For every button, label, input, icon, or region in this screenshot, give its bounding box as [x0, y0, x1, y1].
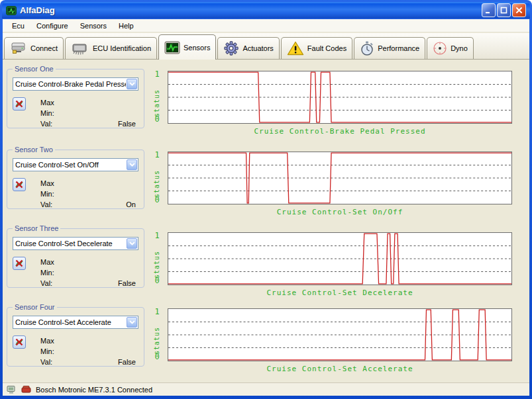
maximize-button[interactable] [497, 3, 511, 17]
menu-sensors[interactable]: Sensors [75, 21, 112, 31]
ecu-icon [21, 385, 32, 394]
maximize-icon [500, 7, 507, 14]
app-window: AlfaDiag Ecu Configure Sensors Help [0, 0, 532, 399]
tab-label: Sensors [184, 44, 210, 52]
chart-plot-area [168, 308, 512, 361]
chart-title: Cruise Control-Set Decelerate [168, 288, 512, 297]
app-body: Ecu Configure Sensors Help Connect ECU I… [3, 19, 529, 396]
chart-title: Cruise Control-Brake Pedal Pressed [168, 127, 512, 136]
stopwatch-icon [360, 41, 374, 56]
tab-performance[interactable]: Performance [354, 37, 425, 59]
minimize-icon [485, 7, 492, 14]
chart-set-on-off: 1 status 0 Cruise Control-Set On/Off [3, 152, 529, 220]
y-axis-label: status [153, 158, 160, 198]
y-axis-label: status [153, 77, 160, 117]
window-title: AlfaDiag [20, 5, 55, 15]
y-axis-label: status [153, 315, 160, 355]
menu-configure[interactable]: Configure [31, 21, 74, 31]
tab-connect[interactable]: Connect [4, 37, 64, 59]
warning-icon [287, 41, 304, 56]
y-tick-bottom: 0 [151, 276, 163, 285]
menu-help[interactable]: Help [113, 21, 139, 31]
close-icon [515, 7, 523, 14]
chip-icon [71, 42, 89, 55]
tab-label: Performance [378, 44, 419, 52]
chart-plot-area [168, 152, 512, 204]
gear-icon [223, 41, 239, 56]
tab-dyno[interactable]: Dyno [427, 37, 474, 59]
y-tick-bottom: 0 [151, 352, 163, 361]
status-text: Bosch Motronic ME7.3.1 Connected [36, 386, 152, 394]
chart-set-decelerate: 1 status 0 Cruise Control-Set Decelerate [3, 232, 529, 301]
connection-icon [7, 385, 17, 394]
chart-title: Cruise Control-Set Accelerate [168, 365, 512, 373]
y-tick-bottom: 0 [151, 114, 163, 124]
main-content: Sensor One Cruise Control-Brake Pedal Pr… [3, 60, 529, 382]
tab-label: Fault Codes [307, 44, 346, 52]
tab-label: Actuators [242, 44, 273, 52]
app-icon [6, 6, 17, 15]
chart-set-accelerate: 1 status 0 Cruise Control-Set Accelerate [3, 308, 529, 377]
chart-plot-area [168, 71, 512, 124]
close-button[interactable] [512, 3, 526, 17]
tab-ecu-identification[interactable]: ECU Identification [65, 37, 157, 59]
y-tick-bottom: 0 [151, 195, 163, 204]
y-axis-label: status [153, 239, 160, 279]
tab-label: Connect [30, 44, 58, 52]
tab-actuators[interactable]: Actuators [217, 37, 279, 59]
menu-ecu[interactable]: Ecu [7, 21, 30, 31]
chart-plot-area [168, 232, 512, 285]
tab-label: Dyno [451, 44, 468, 52]
tab-sensors[interactable]: Sensors [158, 34, 216, 60]
screenshot-root: AlfaDiag Ecu Configure Sensors Help [0, 0, 532, 399]
group-title: Sensor Three [13, 224, 60, 232]
minimize-button[interactable] [482, 3, 496, 17]
menu-bar: Ecu Configure Sensors Help [3, 19, 529, 32]
gauge-icon [433, 41, 447, 56]
tab-fault-codes[interactable]: Fault Codes [281, 37, 352, 59]
drive-icon [10, 42, 27, 55]
chart-brake-pedal: 1 status 0 Cruise Control-Brake Pedal Pr… [3, 71, 529, 140]
chart-title: Cruise Control-Set On/Off [168, 208, 512, 216]
status-bar: Bosch Motronic ME7.3.1 Connected [3, 382, 529, 396]
toolbar: Connect ECU Identification Sensors Actua… [3, 33, 529, 60]
title-bar: AlfaDiag [2, 2, 530, 19]
tab-label: ECU Identification [93, 44, 151, 52]
oscilloscope-icon [164, 41, 180, 54]
